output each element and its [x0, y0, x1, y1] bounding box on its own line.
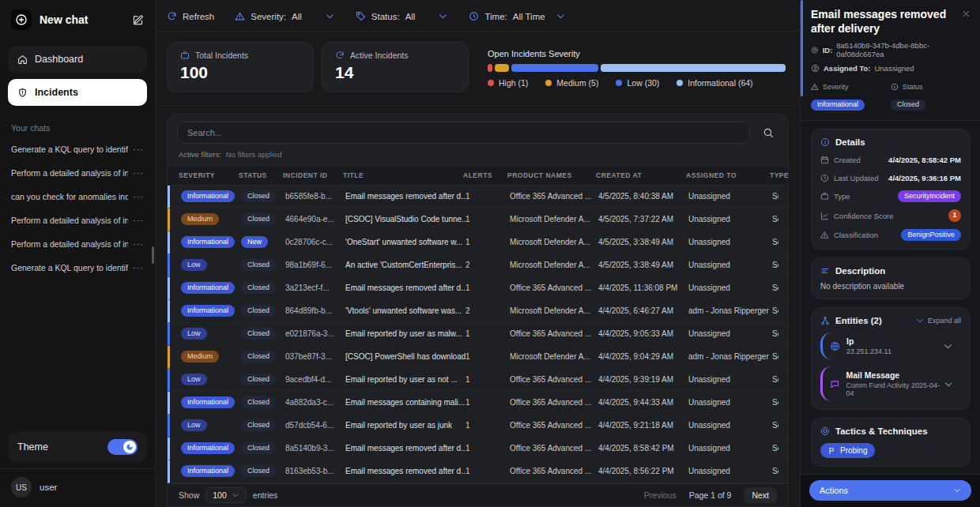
- detail-row: Created4/4/2025, 8:58:42 PM: [820, 154, 961, 165]
- chat-history-item[interactable]: Perform a detailed analysis of incident …: [5, 208, 150, 232]
- chat-history-item[interactable]: Generate a KQL query to identify unusual…: [5, 256, 150, 280]
- close-icon[interactable]: [962, 9, 971, 18]
- severity-filter[interactable]: Severity: All: [235, 11, 335, 21]
- chat-history-item[interactable]: Generate a KQL query to identify unusual…: [5, 137, 150, 161]
- column-header[interactable]: Alerts: [463, 171, 507, 179]
- alerts-cell: 1: [466, 467, 510, 475]
- title-cell: Email reported by user as malw...: [345, 329, 466, 338]
- entity-name: Mail Message: [846, 370, 943, 380]
- column-header[interactable]: Created At: [596, 171, 686, 179]
- table-row[interactable]: LowClosedd57dcb54-6...Email reported by …: [168, 415, 788, 438]
- chat-menu-icon[interactable]: ···: [133, 263, 144, 272]
- status-cell: Closed: [241, 465, 285, 477]
- type-cell: Security: [772, 192, 778, 201]
- page-size-value: 100: [213, 490, 227, 500]
- chat-history-item[interactable]: can you check for anomalies indicating a…: [5, 185, 150, 208]
- sidebar-item-incidents[interactable]: Incidents: [8, 79, 147, 106]
- table-row[interactable]: InformationalClosed3a213ecf-f...Email me…: [168, 277, 788, 300]
- table-row[interactable]: MediumClosed037be87f-3...[CSOC] PowerShe…: [168, 346, 788, 369]
- severity-filter-label: Severity:: [251, 12, 286, 21]
- title-cell: Email messages removed after d...: [345, 467, 466, 475]
- column-header[interactable]: Title: [343, 171, 463, 179]
- time-filter[interactable]: Time: All Time: [469, 11, 565, 21]
- sidebar-item-dashboard[interactable]: Dashboard: [8, 46, 147, 73]
- title-cell: [CSOC] VisualStudio Code tunne...: [345, 215, 466, 223]
- actions-button[interactable]: Actions: [809, 480, 971, 501]
- chat-menu-icon[interactable]: ···: [133, 145, 144, 154]
- incidents-table-body: InformationalClosedb6585fe8-b...Email me…: [168, 186, 788, 483]
- expand-all-button[interactable]: Expand all: [915, 316, 961, 325]
- column-header[interactable]: Type: [770, 171, 789, 179]
- severity-cell: Informational: [181, 442, 241, 454]
- next-button[interactable]: Next: [744, 487, 777, 503]
- new-chat-button[interactable]: New chat: [11, 9, 88, 30]
- table-row[interactable]: InformationalClosed4a882da3-c...Email me…: [168, 392, 788, 415]
- legend-label: Informational (64): [688, 78, 752, 88]
- chat-menu-icon[interactable]: ···: [133, 216, 144, 225]
- warning-icon: [820, 231, 829, 239]
- search-input[interactable]: [177, 122, 750, 144]
- previous-button[interactable]: Previous: [644, 490, 677, 500]
- compose-icon[interactable]: [132, 14, 144, 26]
- product-names-cell: Office 365 Advanced ...: [510, 421, 598, 430]
- table-row[interactable]: LowClosede021876a-3...Email reported by …: [168, 323, 788, 346]
- chat-history-item[interactable]: Perform a detailed analysis of incident …: [5, 232, 150, 256]
- assigned-to-cell: adm - Jonas Ripperger: [688, 352, 772, 361]
- theme-toggle[interactable]: [107, 439, 138, 455]
- table-row[interactable]: LowClosed9acedbf4-d...Email reported by …: [168, 369, 788, 392]
- sidebar-scrollbar[interactable]: [152, 246, 154, 264]
- legend-label: Medium (5): [556, 78, 598, 88]
- chat-title: can you check for anomalies indicating a…: [11, 192, 128, 201]
- detail-value: 4/4/2025, 9:36:16 PM: [888, 174, 961, 182]
- entities-title: Entities (2): [835, 316, 882, 325]
- status-cell: Closed: [241, 396, 285, 408]
- table-row[interactable]: InformationalClosed8163eb53-b...Email me…: [168, 460, 788, 483]
- table-row[interactable]: InformationalClosed8a5140b9-3...Email me…: [168, 438, 788, 460]
- warning-icon: [235, 11, 245, 21]
- refresh-button[interactable]: Refresh: [167, 11, 214, 21]
- detail-label-text: Type: [834, 192, 850, 201]
- severity-badge: Low: [181, 259, 207, 271]
- chevron-down-icon[interactable]: [943, 341, 953, 351]
- description-icon: [820, 266, 830, 276]
- incident-id-cell: e021876a-3...: [285, 329, 345, 338]
- table-row[interactable]: InformationalClosedb6585fe8-b...Email me…: [168, 186, 788, 208]
- table-row[interactable]: LowClosed98a1b69f-6...An active 'CustomC…: [168, 254, 788, 277]
- details-title: Details: [835, 137, 865, 147]
- user-row[interactable]: US user: [0, 468, 155, 507]
- created-at-cell: 4/4/2025, 11:36:08 PM: [598, 284, 688, 292]
- alerts-cell: 1: [466, 215, 510, 223]
- table-row[interactable]: InformationalNew0c28706c-c...'OneStart' …: [168, 231, 788, 254]
- created-at-cell: 4/4/2025, 8:58:42 PM: [598, 444, 688, 453]
- status-badge: Closed: [241, 465, 276, 477]
- entity-name: Ip: [846, 336, 891, 346]
- chat-title: Perform a detailed analysis of incident …: [11, 216, 128, 225]
- status-filter[interactable]: Status: All: [356, 11, 449, 21]
- tactics-card: Tactics & Techniques Probing: [811, 418, 971, 467]
- search-icon[interactable]: [758, 127, 778, 138]
- sidebar: New chat Dashboard Incidents Your chats …: [0, 0, 156, 507]
- severity-bar-segment: [601, 64, 786, 72]
- title-cell: Email reported by user as not ...: [345, 375, 466, 384]
- entity-item[interactable]: Ip23.251.234.11: [820, 332, 961, 359]
- table-row[interactable]: MediumClosed4664e90a-e...[CSOC] VisualSt…: [168, 208, 788, 231]
- status-cell: Closed: [241, 328, 285, 340]
- column-header[interactable]: Assigned To: [686, 171, 770, 179]
- tactic-tag[interactable]: Probing: [820, 443, 875, 458]
- table-row[interactable]: InformationalClosed864d89fb-b...'Vtools'…: [168, 300, 788, 323]
- product-names-cell: Office 365 Advanced ...: [510, 375, 598, 384]
- column-header[interactable]: Product Names: [507, 171, 596, 179]
- chat-menu-icon[interactable]: ···: [133, 239, 144, 249]
- column-header[interactable]: Status: [239, 171, 283, 179]
- home-icon: [17, 54, 28, 65]
- chat-menu-icon[interactable]: ···: [133, 192, 144, 201]
- entity-item[interactable]: Mail MessageComm Fund Activity 2025-04-0…: [820, 366, 961, 401]
- page-size-select[interactable]: 100: [205, 487, 247, 503]
- chat-history-item[interactable]: Perform a detailed analysis of incident …: [5, 161, 150, 185]
- column-header[interactable]: Severity: [179, 171, 239, 179]
- column-header[interactable]: Incident ID: [283, 171, 343, 179]
- message-icon: [830, 379, 839, 389]
- chevron-down-icon[interactable]: [944, 379, 953, 389]
- status-cell: Closed: [241, 305, 285, 317]
- chat-menu-icon[interactable]: ···: [133, 168, 144, 178]
